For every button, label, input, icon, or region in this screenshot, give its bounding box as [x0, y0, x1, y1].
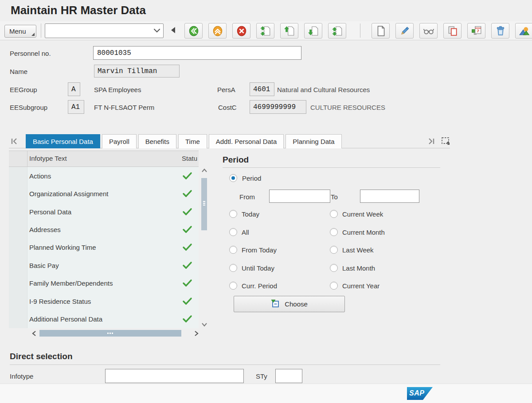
previous-page-button[interactable] — [280, 23, 298, 39]
infotype-row[interactable]: Personal Data — [9, 203, 199, 221]
horizontal-scrollbar-thumb[interactable] — [39, 330, 181, 337]
previous-page-icon — [284, 25, 295, 37]
display-button[interactable] — [419, 23, 438, 39]
next-page-button[interactable] — [304, 23, 322, 39]
radio-last-month[interactable] — [330, 264, 338, 272]
horizontal-scrollbar[interactable] — [27, 329, 202, 337]
radio-current-week[interactable] — [330, 210, 338, 218]
copy-icon — [447, 25, 458, 37]
infotype-row[interactable]: Organizational Assignment — [9, 185, 199, 202]
command-input[interactable] — [47, 25, 149, 37]
status-ok-icon — [182, 279, 192, 287]
tab-benefits[interactable]: Benefits — [138, 134, 176, 148]
infotype-row[interactable]: Actions — [9, 167, 199, 185]
status-column-header: Statu — [182, 155, 197, 162]
create-icon — [375, 25, 387, 37]
tab-time[interactable]: Time — [178, 134, 207, 148]
radio-from-today-label: From Today — [242, 246, 277, 254]
scroll-right-icon[interactable] — [194, 330, 199, 337]
vertical-scrollbar-thumb[interactable] — [201, 178, 207, 230]
sap-logo: SAP — [407, 387, 433, 400]
status-ok-icon — [182, 315, 192, 323]
personnel-no-input[interactable] — [93, 46, 301, 60]
infotype-row[interactable]: I-9 Residence Status — [9, 292, 199, 310]
delete-icon — [495, 25, 506, 37]
radio-today[interactable] — [229, 210, 237, 218]
cancel-button[interactable] — [232, 23, 250, 39]
infotype-row[interactable]: Basic Pay — [9, 256, 199, 274]
radio-current-year-label: Current Year — [342, 282, 379, 290]
back-button[interactable] — [184, 23, 203, 39]
change-button[interactable] — [395, 23, 414, 39]
radio-current-year[interactable] — [330, 282, 338, 290]
radio-period[interactable] — [229, 174, 237, 182]
infotype-row[interactable]: Additional Personal Data — [9, 310, 199, 328]
radio-last-week-label: Last Week — [342, 246, 374, 254]
page-title: Maintain HR Master Data — [11, 4, 146, 17]
status-ok-icon — [182, 225, 192, 234]
sty-input[interactable] — [275, 369, 302, 383]
radio-all[interactable] — [229, 228, 237, 236]
eegroup-text: SPA Employees — [94, 86, 141, 93]
scrollbar-grip — [203, 203, 205, 204]
delimit-button[interactable]: 7 — [467, 23, 485, 39]
personnel-no-label: Personnel no. — [10, 50, 51, 57]
tab-addtl-personal-data[interactable]: Addtl. Personal Data — [209, 134, 284, 148]
overview-button[interactable] — [515, 23, 532, 39]
delete-button[interactable] — [491, 23, 509, 39]
choose-button[interactable]: Choose — [234, 296, 345, 312]
radio-current-month[interactable] — [330, 228, 338, 236]
infotype-input[interactable] — [105, 369, 244, 383]
tab-basic-personal-data[interactable]: Basic Personal Data — [26, 134, 100, 148]
costc-label: CostC — [218, 104, 237, 111]
infotype-row[interactable]: Family Member/Dependents — [9, 275, 199, 292]
scroll-tabs-right-icon[interactable] — [427, 137, 436, 146]
menu-button[interactable]: Menu — [4, 25, 36, 38]
status-ok-icon — [182, 208, 192, 216]
eesubgroup-label: EESubgroup — [10, 104, 47, 111]
infotype-row[interactable]: Addresses — [9, 221, 199, 238]
tab-payroll[interactable]: Payroll — [102, 134, 137, 148]
command-field[interactable] — [45, 23, 164, 38]
from-date-input[interactable] — [269, 190, 330, 203]
infotype-row-label: Family Member/Dependents — [29, 279, 113, 287]
application-toolbar: Menu 7 — [0, 21, 532, 40]
infotype-row[interactable]: Planned Working Time — [9, 239, 199, 256]
chevron-down-icon[interactable] — [153, 28, 160, 33]
expand-tab-page-icon[interactable] — [440, 136, 451, 146]
change-icon — [399, 25, 411, 37]
collapse-toolbar-icon[interactable] — [171, 27, 175, 33]
from-label: From — [239, 193, 255, 201]
radio-current-week-label: Current Week — [342, 210, 383, 218]
copy-button[interactable] — [443, 23, 462, 39]
scrollbar-grip — [110, 333, 111, 334]
infotype-row-label: Planned Working Time — [29, 244, 96, 251]
sap-logo-text: SAP — [409, 389, 424, 397]
infotype-row-label: Organizational Assignment — [29, 190, 108, 198]
eegroup-field: A — [68, 82, 80, 96]
radio-curr-period[interactable] — [229, 282, 237, 290]
first-page-button[interactable] — [256, 23, 274, 39]
first-page-icon — [260, 25, 271, 37]
scroll-down-icon[interactable] — [201, 322, 207, 327]
to-date-input[interactable] — [360, 190, 419, 203]
display-icon — [422, 25, 435, 37]
exit-button[interactable] — [208, 23, 227, 39]
scroll-tabs-left-icon[interactable] — [10, 136, 20, 146]
tabstrip: Basic Personal Data Payroll Benefits Tim… — [26, 134, 342, 148]
scroll-up-icon[interactable] — [201, 168, 207, 173]
tab-planning-data[interactable]: Planning Data — [286, 134, 341, 148]
status-ok-icon — [182, 172, 192, 180]
radio-until-today[interactable] — [229, 264, 237, 272]
vertical-scrollbar[interactable] — [200, 168, 209, 327]
status-ok-icon — [182, 261, 192, 270]
radio-from-today[interactable] — [229, 246, 237, 254]
period-heading: Period — [223, 155, 249, 165]
toolbar-separator — [360, 23, 360, 38]
create-button[interactable] — [372, 23, 390, 39]
last-page-button[interactable] — [328, 23, 346, 39]
radio-last-week[interactable] — [330, 246, 338, 254]
period-rule — [223, 167, 440, 168]
scroll-left-icon[interactable] — [32, 330, 36, 337]
infotype-row-label: Actions — [29, 172, 51, 180]
